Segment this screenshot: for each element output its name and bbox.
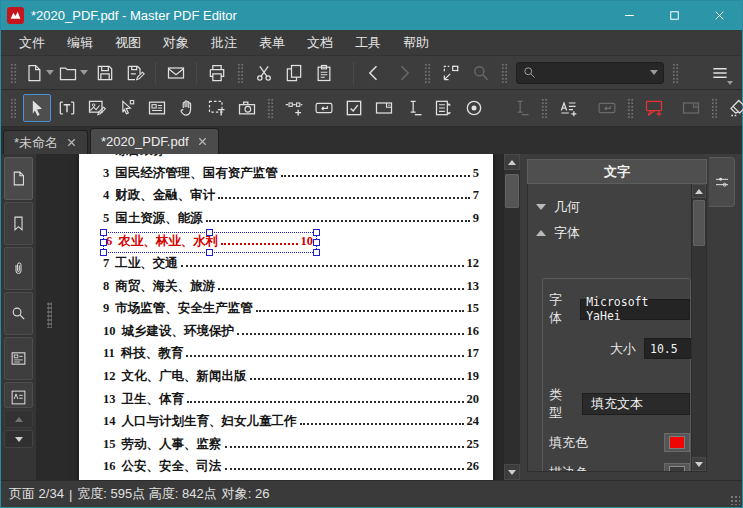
menu-edit[interactable]: 编辑 [57,31,103,55]
toc-row[interactable]: 11科技、教育17 [103,345,479,368]
open-file-dropdown-icon[interactable] [80,70,88,75]
scroll-track[interactable] [504,170,520,464]
search-dropdown-icon[interactable] [650,70,658,75]
checkbox-tool-button[interactable] [340,94,368,122]
menu-object[interactable]: 对象 [153,31,199,55]
search-input[interactable] [537,66,648,80]
toc-row[interactable]: 2综合政务3 [103,154,479,165]
open-file-button[interactable] [57,59,89,87]
selection-handle[interactable] [206,229,213,236]
sidebar-scroll-up-button[interactable] [4,410,33,428]
menu-view[interactable]: 视图 [105,31,151,55]
panel-scroll-track[interactable] [692,198,706,457]
document-scrollbar[interactable] [503,154,520,480]
toolbar-overflow-menu-button[interactable] [706,59,734,87]
cut-button[interactable] [250,59,278,87]
scroll-thumb[interactable] [505,174,519,208]
selection-handle[interactable] [313,229,320,236]
paste-button[interactable] [310,59,338,87]
panel-scrollbar[interactable] [691,184,706,471]
toolbar-drag-handle[interactable] [672,63,679,83]
toolbar-drag-handle[interactable] [237,63,244,83]
form-fields-panel-button[interactable] [4,337,33,380]
highlighter-tool-button[interactable] [724,94,743,122]
tab-close-icon[interactable] [197,136,208,147]
selection-handle[interactable] [100,249,107,256]
menu-file[interactable]: 文件 [9,31,55,55]
pdf-page[interactable]: 2综合政务3 3国民经济管理、国有资产监管5 4财政、金融、审计7 5国土资源、… [79,154,493,480]
title-bar[interactable]: *2020_PDF.pdf - Master PDF Editor [1,1,742,30]
properties-tab-button[interactable] [709,157,735,207]
snapshot-tool-button[interactable] [233,94,261,122]
email-button[interactable] [162,59,190,87]
fill-color-button[interactable] [664,433,690,452]
menu-forms[interactable]: 表单 [249,31,295,55]
add-text-annotation-button[interactable] [554,94,582,122]
toolbar-drag-handle[interactable] [10,63,17,83]
toc-row[interactable]: 5国土资源、能源9 [103,210,479,233]
toc-row[interactable]: 9市场监管、安全生产监管15 [103,300,479,323]
back-button[interactable] [360,59,388,87]
select-tool-button[interactable] [23,94,51,122]
toc-row[interactable]: 10城乡建设、环境保护16 [103,323,479,346]
selection-handle[interactable] [100,229,107,236]
zoom-tool-button[interactable] [467,59,495,87]
add-callout-annotation-button[interactable] [640,94,668,122]
panel-scroll-down-button[interactable] [692,457,706,471]
annotations-panel-button[interactable] [4,382,33,408]
selection-handle[interactable] [313,239,320,246]
tab-untitled[interactable]: *未命名 [3,130,88,154]
menu-document[interactable]: 文档 [297,31,343,55]
selection-handle[interactable] [206,249,213,256]
toc-row[interactable]: 4财政、金融、审计7 [103,187,479,210]
edit-text-tool-button[interactable] [53,94,81,122]
menu-tools[interactable]: 工具 [345,31,391,55]
edit-forms-tool-button[interactable] [143,94,171,122]
toc-row[interactable]: 12文化、广电、新闻出版19 [103,368,479,391]
new-document-dropdown-icon[interactable] [46,70,54,75]
panel-scroll-up-button[interactable] [692,184,706,198]
tab-close-icon[interactable] [66,137,77,148]
search-panel-button[interactable] [4,292,33,335]
tab-2020-pdf[interactable]: *2020_PDF.pdf [90,128,218,154]
toolbar-drag-handle[interactable] [627,98,634,118]
scroll-down-button[interactable] [504,464,520,480]
search-box[interactable] [516,62,664,84]
menu-annotation[interactable]: 批注 [201,31,247,55]
toc-row[interactable]: 13卫生、体育20 [103,391,479,414]
font-section-header[interactable]: 字体 [536,220,691,246]
hand-tool-button[interactable] [173,94,201,122]
toc-row[interactable]: 8商贸、海关、旅游13 [103,278,479,301]
edit-image-tool-button[interactable] [83,94,111,122]
toc-row[interactable]: 7工业、交通12 [103,255,479,278]
forward-button[interactable] [390,59,418,87]
toolbar-drag-handle[interactable] [10,98,17,118]
selection-handle[interactable] [100,239,107,246]
toc-row[interactable]: 15劳动、人事、监察25 [103,436,479,459]
toc-row[interactable]: 14人口与计划生育、妇女儿童工作24 [103,413,479,436]
toc-row[interactable]: 16公安、安全、司法26 [103,458,479,480]
selected-text-object[interactable]: 6农业、林业、水利10 [103,232,317,253]
toc-row-selected[interactable]: 6农业、林业、水利10 [103,232,479,255]
radio-button-tool-button[interactable] [460,94,488,122]
listbox-tool-button[interactable] [430,94,458,122]
sidebar-scroll-down-button[interactable] [4,430,33,448]
stroke-color-button[interactable] [664,463,690,471]
scroll-up-button[interactable] [504,154,520,170]
maximize-button[interactable] [652,1,697,30]
toolbar-drag-handle[interactable] [267,98,274,118]
toolbar-drag-handle[interactable] [424,63,431,83]
toolbar-drag-handle[interactable] [711,98,718,118]
font-name-input[interactable]: Microsoft YaHei [580,299,690,320]
print-button[interactable] [203,59,231,87]
document-view[interactable]: 2综合政务3 3国民经济管理、国有资产监管5 4财政、金融、审计7 5国土资源、… [37,154,520,480]
selection-handle[interactable] [313,249,320,256]
select-text-tool-button[interactable] [203,94,231,122]
attachments-panel-button[interactable] [4,247,33,290]
geometry-section-header[interactable]: 几何 [536,194,691,220]
fit-page-button[interactable] [437,59,465,87]
save-as-button[interactable] [121,59,149,87]
menu-help[interactable]: 帮助 [393,31,439,55]
close-button[interactable] [697,1,742,30]
combobox-tool-button[interactable] [370,94,398,122]
